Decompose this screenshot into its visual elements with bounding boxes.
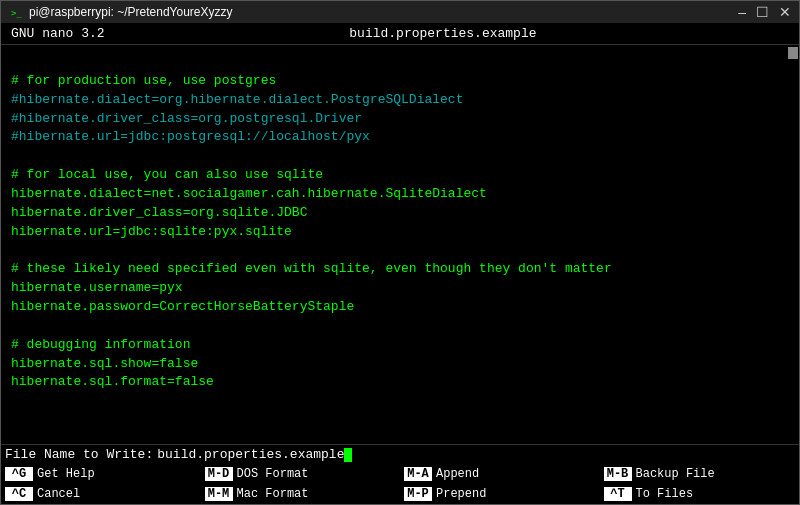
terminal-icon: >_ <box>9 5 23 19</box>
shortcut-key: M-M <box>205 487 233 501</box>
status-label: File Name to Write: <box>5 447 153 462</box>
shortcut-item[interactable]: ^CCancel <box>1 487 201 501</box>
editor-line: # these likely need specified even with … <box>11 260 777 279</box>
shortcut-key: M-P <box>404 487 432 501</box>
nano-header: GNU nano 3.2 build.properties.example <box>1 23 799 45</box>
shortcut-desc: Get Help <box>37 467 95 481</box>
shortcut-desc: Prepend <box>436 487 486 501</box>
shortcut-key: ^G <box>5 467 33 481</box>
editor-line <box>11 147 777 166</box>
editor-line <box>11 53 777 72</box>
title-bar-controls: – ☐ ✕ <box>738 5 791 19</box>
minimize-button[interactable]: – <box>738 5 746 19</box>
shortcut-item[interactable]: ^TTo Files <box>600 487 800 501</box>
editor-line: hibernate.sql.show=false <box>11 355 777 374</box>
shortcut-key: M-A <box>404 467 432 481</box>
shortcut-item[interactable]: M-BBackup File <box>600 467 800 481</box>
editor-line: hibernate.username=pyx <box>11 279 777 298</box>
shortcut-desc: Append <box>436 467 479 481</box>
svg-text:>_: >_ <box>11 8 22 18</box>
editor-line: #hibernate.driver_class=org.postgresql.D… <box>11 110 777 129</box>
shortcut-desc: DOS Format <box>237 467 309 481</box>
scrollbar[interactable] <box>787 45 799 444</box>
editor-line: hibernate.url=jdbc:sqlite:pyx.sqlite <box>11 223 777 242</box>
shortcut-key: M-D <box>205 467 233 481</box>
editor-line <box>11 241 777 260</box>
shortcut-item[interactable]: ^GGet Help <box>1 467 201 481</box>
nano-version: GNU nano 3.2 <box>11 26 105 41</box>
editor-line: hibernate.dialect=net.socialgamer.cah.hi… <box>11 185 777 204</box>
shortcut-desc: Cancel <box>37 487 80 501</box>
status-bar: File Name to Write: build.properties.exa… <box>1 444 799 464</box>
shortcut-desc: Mac Format <box>237 487 309 501</box>
shortcut-key: M-B <box>604 467 632 481</box>
shortcut-bar: ^GGet HelpM-DDOS FormatM-AAppendM-BBacku… <box>1 464 799 504</box>
shortcut-desc: Backup File <box>636 467 715 481</box>
maximize-button[interactable]: ☐ <box>756 5 769 19</box>
shortcut-item[interactable]: M-MMac Format <box>201 487 401 501</box>
editor-line: #hibernate.dialect=org.hibernate.dialect… <box>11 91 777 110</box>
editor-line: # for local use, you can also use sqlite <box>11 166 777 185</box>
shortcut-item[interactable]: M-PPrepend <box>400 487 600 501</box>
nano-filename-header: build.properties.example <box>349 26 536 41</box>
main-content: # for production use, use postgres#hiber… <box>1 45 799 444</box>
shortcut-key: ^C <box>5 487 33 501</box>
editor-line: # debugging information <box>11 336 777 355</box>
editor-line: #hibernate.url=jdbc:postgresql://localho… <box>11 128 777 147</box>
close-button[interactable]: ✕ <box>779 5 791 19</box>
editor-line: hibernate.sql.format=false <box>11 373 777 392</box>
title-bar: >_ pi@raspberrypi: ~/PretendYoureXyzzy –… <box>1 1 799 23</box>
shortcut-row-1: ^GGet HelpM-DDOS FormatM-AAppendM-BBacku… <box>1 464 799 484</box>
shortcut-row-2: ^CCancelM-MMac FormatM-PPrepend^TTo File… <box>1 484 799 504</box>
window-title: pi@raspberrypi: ~/PretendYoureXyzzy <box>29 5 233 19</box>
nano-header-right <box>781 26 789 41</box>
window-frame: >_ pi@raspberrypi: ~/PretendYoureXyzzy –… <box>0 0 800 505</box>
shortcut-item[interactable]: M-AAppend <box>400 467 600 481</box>
editor-line <box>11 317 777 336</box>
status-input-value[interactable]: build.properties.example <box>157 447 344 462</box>
cursor-indicator <box>344 448 352 462</box>
scrollbar-thumb[interactable] <box>788 47 798 59</box>
editor-line: hibernate.driver_class=org.sqlite.JDBC <box>11 204 777 223</box>
editor-line: hibernate.password=CorrectHorseBatterySt… <box>11 298 777 317</box>
title-bar-left: >_ pi@raspberrypi: ~/PretendYoureXyzzy <box>9 5 233 19</box>
shortcut-key: ^T <box>604 487 632 501</box>
editor-area[interactable]: # for production use, use postgres#hiber… <box>1 45 787 444</box>
shortcut-item[interactable]: M-DDOS Format <box>201 467 401 481</box>
shortcut-desc: To Files <box>636 487 694 501</box>
editor-line: # for production use, use postgres <box>11 72 777 91</box>
